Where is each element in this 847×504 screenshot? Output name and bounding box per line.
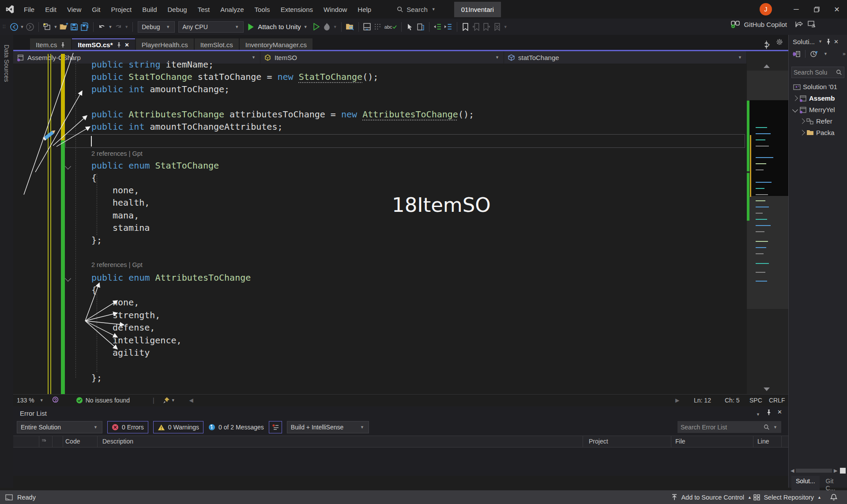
code-line[interactable]: none, (113, 185, 139, 196)
cursor-select-icon[interactable] (405, 22, 415, 32)
column-header-file[interactable]: File (675, 438, 685, 445)
play-icon[interactable] (245, 22, 256, 32)
data-sources-strip[interactable]: Data Sources (0, 35, 13, 488)
tree-item-assemb[interactable]: Assemb (793, 94, 835, 102)
code-line[interactable]: intelligence, (113, 335, 182, 346)
filter-icon[interactable] (269, 421, 282, 433)
line-ending-indicator[interactable]: CRLF (769, 397, 785, 404)
chevron-down-icon[interactable]: ▼ (53, 25, 57, 29)
expanded-arrow-icon[interactable] (792, 107, 798, 113)
chevron-down-icon[interactable]: ▼ (171, 398, 175, 402)
code-line[interactable]: { (91, 285, 97, 295)
pin-icon[interactable] (117, 42, 121, 48)
code-line[interactable]: }; (91, 235, 102, 245)
title-search[interactable]: Search ▼ (397, 6, 436, 13)
chevron-down-icon[interactable]: ▼ (504, 25, 508, 29)
chevron-down-icon[interactable]: ▼ (824, 52, 828, 56)
solution-badge[interactable]: 01Inventari (454, 2, 501, 17)
code-line[interactable]: public AttributesToChange attributesToCh… (91, 109, 474, 120)
account-avatar[interactable]: J (760, 3, 772, 15)
scroll-left-arrow[interactable]: ◀ (791, 468, 794, 474)
column-header-code[interactable]: Code (65, 438, 80, 445)
menu-tools[interactable]: Tools (249, 6, 275, 13)
clear-bookmarks-icon[interactable] (492, 22, 503, 32)
solution-configuration-dropdown[interactable]: Debug▼ (138, 21, 175, 33)
copilot-status[interactable]: GitHub Copilot (730, 20, 816, 28)
collapsed-arrow-icon[interactable] (792, 95, 798, 101)
error-list-title[interactable]: Error List (20, 410, 47, 417)
code-line[interactable]: { (91, 173, 97, 183)
pin-icon[interactable] (60, 42, 65, 48)
tree-item-packa[interactable]: Packa (800, 129, 835, 136)
code-line[interactable]: public string itemName; (91, 59, 214, 70)
code-line[interactable]: public int amountToChange; (91, 84, 230, 94)
navbar-member-dropdown[interactable]: statToChange▼ (504, 51, 747, 64)
bookmark-icon[interactable] (460, 22, 471, 32)
close-button[interactable]: ✕ (827, 0, 847, 19)
tab-item-cs[interactable]: Item.cs (30, 38, 71, 50)
code-line[interactable]: public StatToChange statToChange = new S… (91, 71, 378, 82)
zoom-dropdown[interactable]: 133 %▼ (13, 395, 48, 406)
feedback-icon[interactable] (807, 20, 816, 28)
chevron-down-icon[interactable]: ▼ (818, 39, 822, 44)
column-header-project[interactable]: Project (589, 438, 608, 445)
menu-debug[interactable]: Debug (162, 6, 192, 13)
chevron-down-icon[interactable]: ▼ (304, 25, 308, 29)
menu-git[interactable]: Git (87, 6, 105, 13)
split-editor-icon[interactable] (763, 41, 770, 49)
error-source-dropdown[interactable]: Build + IntelliSense▼ (287, 421, 369, 433)
previous-bookmark-icon[interactable] (471, 22, 482, 32)
collapsed-arrow-icon[interactable] (799, 130, 805, 135)
scroll-up-arrow[interactable] (764, 64, 770, 68)
increase-indent-icon[interactable] (443, 22, 454, 32)
menu-analyze[interactable]: Analyze (215, 6, 249, 13)
messages-toggle[interactable]: 0 of 2 Messages (208, 424, 264, 431)
pin-icon[interactable] (766, 409, 772, 415)
code-line[interactable]: none, (113, 297, 139, 308)
chevron-down-icon[interactable]: ▼ (20, 25, 24, 29)
attach-to-unity-button[interactable]: Attach to Unity (258, 23, 301, 30)
warnings-toggle[interactable]: 0 Warnings (153, 421, 203, 433)
codelens-references[interactable]: 2 references | Gpt (91, 150, 143, 157)
tree-item-solution-01[interactable]: Solution '01 (793, 83, 837, 90)
menu-build[interactable]: Build (137, 6, 162, 13)
toolbar-grip[interactable]: ⁞⁞ (3, 24, 6, 29)
codelens-references[interactable]: 2 references | Gpt (91, 261, 143, 268)
collapsed-arrow-icon[interactable] (799, 118, 805, 124)
restore-button[interactable] (806, 0, 827, 19)
column-header-line[interactable]: Line (757, 438, 769, 445)
bell-icon[interactable] (830, 493, 837, 501)
menu-help[interactable]: Help (352, 6, 376, 13)
menu-edit[interactable]: Edit (40, 6, 62, 13)
health-label[interactable]: No issues found (86, 397, 130, 404)
toolbar-overflow-icon[interactable]: » (843, 51, 846, 57)
find-in-files-icon[interactable] (345, 22, 355, 32)
tree-item-refer[interactable]: Refer (800, 117, 832, 125)
navigate-forward-icon[interactable] (25, 22, 35, 32)
code-line[interactable]: defense, (113, 322, 155, 333)
spaces-indicator[interactable]: SPC (749, 397, 762, 404)
code-line[interactable]: agility (113, 347, 150, 358)
error-scope-dropdown[interactable]: Entire Solution▼ (17, 421, 102, 433)
pin-icon[interactable] (826, 38, 831, 45)
tab-inventorymanager-cs[interactable]: InventoryManager.cs (240, 38, 312, 50)
menu-window[interactable]: Window (318, 6, 352, 13)
tab-itemslot-cs[interactable]: ItemSlot.cs (195, 38, 239, 50)
gear-icon[interactable] (776, 38, 783, 45)
chevron-down-icon[interactable]: ▼ (108, 25, 112, 29)
solution-search-input[interactable]: Search Solu (791, 67, 844, 78)
code-line[interactable]: stamina (113, 222, 150, 233)
paste-format-icon[interactable] (415, 22, 426, 32)
decrease-indent-icon[interactable] (433, 22, 443, 32)
share-icon[interactable] (795, 20, 804, 28)
pending-changes-filter-icon[interactable] (810, 50, 818, 58)
scroll-right-arrow[interactable]: ▶ (675, 397, 679, 403)
code-line[interactable]: }; (91, 372, 102, 383)
code-cleanup-icon[interactable] (162, 396, 170, 404)
chevron-down-icon[interactable]: ▼ (755, 410, 761, 417)
open-folder-icon[interactable] (58, 22, 69, 32)
scroll-left-arrow[interactable]: ◀ (189, 397, 193, 403)
menu-extensions[interactable]: Extensions (275, 6, 318, 13)
undo-icon[interactable] (97, 22, 107, 32)
close-icon[interactable]: ✕ (834, 38, 839, 45)
